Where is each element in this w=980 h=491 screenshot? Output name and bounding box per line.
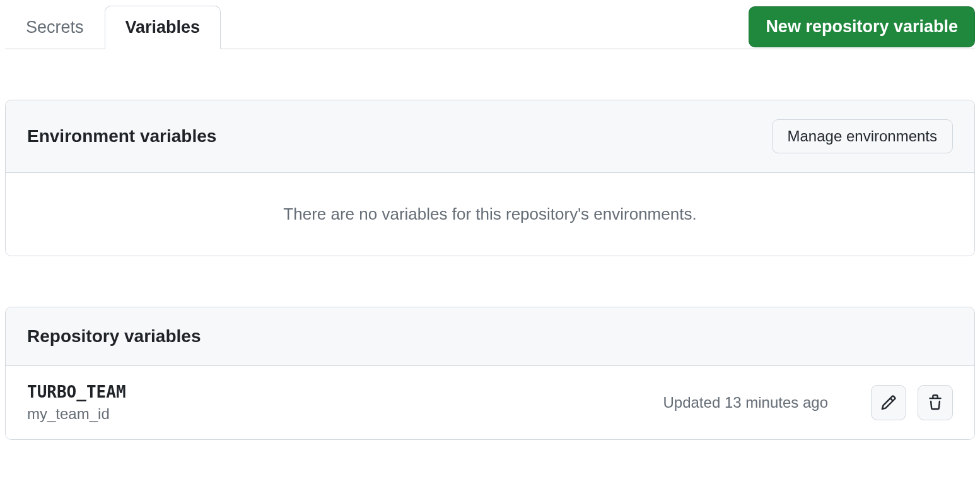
environment-variables-header: Environment variables Manage environment… xyxy=(6,100,974,173)
edit-variable-button[interactable] xyxy=(871,385,906,420)
variable-name: TURBO_TEAM xyxy=(27,382,126,401)
variable-row: TURBO_TEAM my_team_id Updated 13 minutes… xyxy=(6,365,974,439)
delete-variable-button[interactable] xyxy=(918,385,953,420)
repository-variables-panel: Repository variables TURBO_TEAM my_team_… xyxy=(5,307,975,440)
repository-variables-header: Repository variables xyxy=(6,307,974,365)
tabs: Secrets Variables xyxy=(5,5,221,49)
repository-variables-title: Repository variables xyxy=(27,326,201,346)
tab-variables[interactable]: Variables xyxy=(105,6,221,49)
trash-icon xyxy=(927,394,943,411)
manage-environments-button[interactable]: Manage environments xyxy=(772,119,953,153)
variable-updated: Updated 13 minutes ago xyxy=(663,394,828,411)
variable-value: my_team_id xyxy=(27,405,126,423)
environment-variables-title: Environment variables xyxy=(27,126,216,146)
new-repository-variable-button[interactable]: New repository variable xyxy=(749,6,975,47)
pencil-icon xyxy=(880,394,897,411)
environment-empty-message: There are no variables for this reposito… xyxy=(6,173,974,256)
tab-secrets[interactable]: Secrets xyxy=(5,6,105,49)
header-row: Secrets Variables New repository variabl… xyxy=(5,5,975,49)
environment-variables-panel: Environment variables Manage environment… xyxy=(5,100,975,256)
